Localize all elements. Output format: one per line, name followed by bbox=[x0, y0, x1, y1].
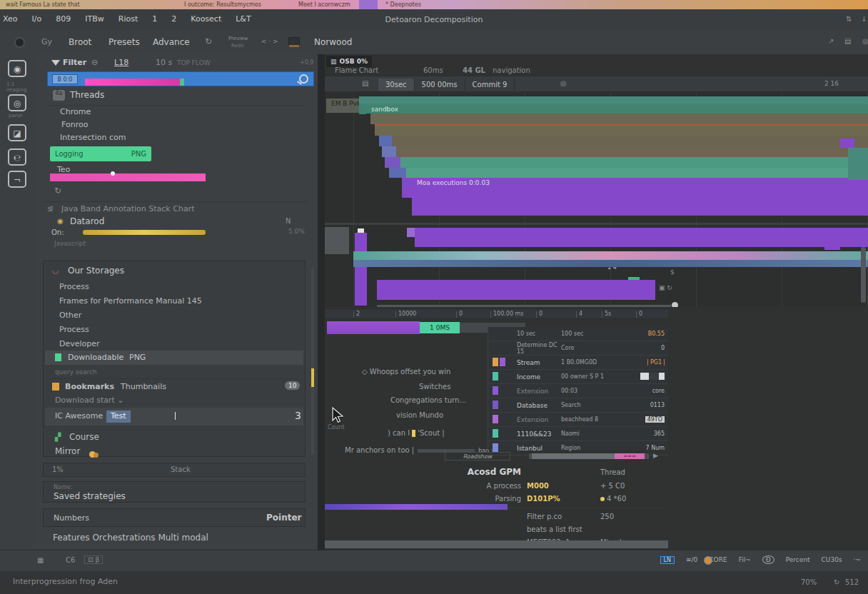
record-tool-icon[interactable]: ◎ bbox=[8, 94, 26, 111]
hscroll-handle[interactable] bbox=[532, 453, 616, 459]
flame-bar[interactable] bbox=[382, 146, 396, 157]
advance-button[interactable]: Advance bbox=[153, 37, 190, 47]
threads-label[interactable]: Threads bbox=[70, 90, 104, 100]
flame-bar[interactable] bbox=[407, 228, 415, 237]
cloud-icon[interactable]: ▤ bbox=[844, 37, 851, 45]
storages-item[interactable]: Process bbox=[44, 323, 305, 337]
layout-icon[interactable]: ¬ bbox=[8, 171, 26, 188]
table-row[interactable]: Income00 owner S P 1 bbox=[488, 370, 668, 384]
list-item[interactable]: Fonroo bbox=[61, 120, 88, 129]
search-icon[interactable] bbox=[299, 74, 308, 84]
canvas-tool-icons[interactable]: ▣ ↻ bbox=[659, 284, 672, 291]
tab-30sec[interactable]: 30sec bbox=[378, 79, 415, 91]
storages-item[interactable]: Other bbox=[44, 308, 305, 323]
statusbar-item[interactable]: CU30s bbox=[822, 556, 842, 563]
selection-chip[interactable]: B 0:0 bbox=[52, 74, 78, 84]
right-vscrollbar[interactable] bbox=[861, 119, 866, 547]
flame-bar[interactable] bbox=[400, 157, 868, 168]
grid-icon[interactable]: ▦ bbox=[37, 556, 44, 564]
active-tab-marker[interactable] bbox=[359, 0, 378, 9]
storages-item[interactable]: Developer bbox=[44, 337, 305, 351]
selection-range[interactable] bbox=[85, 79, 180, 86]
target-icon[interactable]: ◎ bbox=[560, 79, 567, 87]
tab-l18[interactable]: L18 bbox=[114, 58, 128, 67]
statusbar-item[interactable]: Đ bbox=[762, 555, 774, 564]
flame-bar[interactable] bbox=[325, 227, 349, 254]
flame-chip-label[interactable]: EM B Pvke bbox=[326, 99, 359, 113]
strip-tab-label[interactable]: * Deepnotes bbox=[385, 1, 421, 8]
hscroll-track[interactable]: ≈≈≈ bbox=[529, 453, 649, 459]
flame-bar[interactable] bbox=[385, 157, 400, 168]
java-row-label[interactable]: Java Band Annotation Stack Chart bbox=[61, 204, 194, 213]
flame-bar[interactable]: Moa executions 0:0.03 bbox=[412, 178, 868, 216]
flame-bar[interactable] bbox=[379, 136, 392, 146]
flame-bar[interactable]: sandbox bbox=[366, 104, 868, 114]
awesome-row[interactable]: IC Awesome Test 3 bbox=[45, 408, 303, 426]
storages-selected-row[interactable]: Downloadable PNG bbox=[45, 351, 303, 365]
datarod-label[interactable]: Datarod bbox=[70, 216, 104, 226]
table-row[interactable]: Extensionbeachhead 849TO bbox=[488, 413, 668, 427]
c6-label[interactable]: C6 bbox=[66, 556, 75, 564]
table-row[interactable]: DatabaseSearch0113 bbox=[488, 398, 668, 413]
flame-bar[interactable] bbox=[415, 228, 868, 247]
flame-bar[interactable] bbox=[840, 139, 854, 148]
table-row[interactable]: Stream1 B0.0MG0DPG1 bbox=[488, 356, 668, 370]
bookmarks-label[interactable]: Bookmarks bbox=[65, 382, 114, 391]
flame-bar[interactable] bbox=[353, 251, 868, 260]
collapse-icon[interactable]: ⊖ bbox=[91, 58, 98, 67]
statusbar-item[interactable]: LN bbox=[660, 556, 675, 564]
record-icon[interactable] bbox=[14, 37, 25, 48]
tab-500ms[interactable]: 500 00ms bbox=[415, 79, 465, 91]
flame-bar[interactable] bbox=[370, 114, 868, 124]
table-row[interactable]: 1110&&23Naomi365 bbox=[488, 427, 668, 441]
storages-header[interactable]: Our Storages bbox=[68, 266, 124, 276]
status-orange-icon[interactable] bbox=[704, 556, 712, 565]
flame-bar[interactable] bbox=[672, 302, 678, 307]
flame-bar[interactable] bbox=[406, 168, 868, 178]
storages-item[interactable]: Process bbox=[44, 280, 305, 294]
download-start[interactable]: Download start ⌄ bbox=[55, 396, 124, 405]
preview-label[interactable]: Preview bbox=[228, 36, 248, 41]
flame-bar[interactable] bbox=[392, 136, 868, 146]
statusbar-item[interactable]: Fil~ bbox=[739, 556, 751, 563]
pink-track-bar[interactable] bbox=[50, 173, 206, 181]
editor-icon[interactable]: ℮ bbox=[8, 148, 26, 166]
run-icon[interactable]: ↗ bbox=[828, 37, 834, 45]
refresh-count-icon[interactable]: ↻ bbox=[834, 578, 839, 586]
detail-hscroll[interactable]: Roadshow ≈≈≈ ▶ bbox=[445, 451, 659, 461]
camera-icon[interactable]: ◉ bbox=[8, 60, 26, 77]
broot-button[interactable]: Broot bbox=[69, 37, 91, 47]
flame-bar[interactable] bbox=[377, 305, 671, 307]
thumbnails-label[interactable]: Thumbnails bbox=[121, 382, 166, 391]
flame-bar[interactable] bbox=[353, 260, 868, 267]
mirror-label[interactable]: Mirror bbox=[55, 446, 80, 456]
flame-bar[interactable] bbox=[355, 233, 367, 306]
name-box[interactable]: Name: Saved strategies bbox=[43, 481, 306, 503]
course-label[interactable]: Course bbox=[69, 432, 99, 442]
flame-chart-canvas[interactable]: 1 4 $ ▣ ↻ EM B PvkesandboxMoa executions… bbox=[325, 93, 868, 307]
track-handle[interactable] bbox=[111, 171, 115, 176]
flame-bar[interactable] bbox=[359, 96, 868, 104]
code-icon[interactable]: < · > bbox=[261, 38, 278, 45]
lock-icon[interactable] bbox=[288, 37, 300, 47]
time-ruler[interactable]: 2100000100.00 ms045s0 bbox=[325, 308, 668, 319]
gear-icon[interactable]: ◎ bbox=[862, 37, 868, 45]
browser-tab-strip[interactable]: wait Famous La state that I outcome: Res… bbox=[0, 0, 868, 9]
presets-button[interactable]: Presets bbox=[108, 37, 140, 47]
flame-bar[interactable] bbox=[375, 124, 868, 136]
download-icon[interactable]: ↓ bbox=[861, 15, 867, 23]
logging-chip[interactable]: Logging PNG bbox=[50, 146, 151, 161]
filter-label[interactable]: Filter bbox=[63, 58, 86, 67]
redo-label[interactable]: Redo bbox=[231, 43, 244, 49]
features-label[interactable]: Features Orchestrations Multi modal bbox=[53, 533, 208, 543]
flame-bar[interactable] bbox=[377, 280, 655, 300]
flame-bar[interactable] bbox=[396, 146, 868, 157]
list-item[interactable]: Chrome bbox=[60, 107, 91, 116]
statusbar-item[interactable]: ≡/0 bbox=[686, 556, 697, 563]
refresh-icon[interactable]: ↻ bbox=[205, 36, 212, 46]
hscroll-arrow[interactable]: ▶ bbox=[653, 452, 658, 459]
flame-bar[interactable] bbox=[359, 104, 366, 114]
sync-icon[interactable]: ⇅ bbox=[846, 15, 852, 23]
zoom-percent[interactable]: 70% bbox=[801, 578, 817, 586]
mode-chip[interactable]: ⊡ β bbox=[84, 555, 103, 564]
